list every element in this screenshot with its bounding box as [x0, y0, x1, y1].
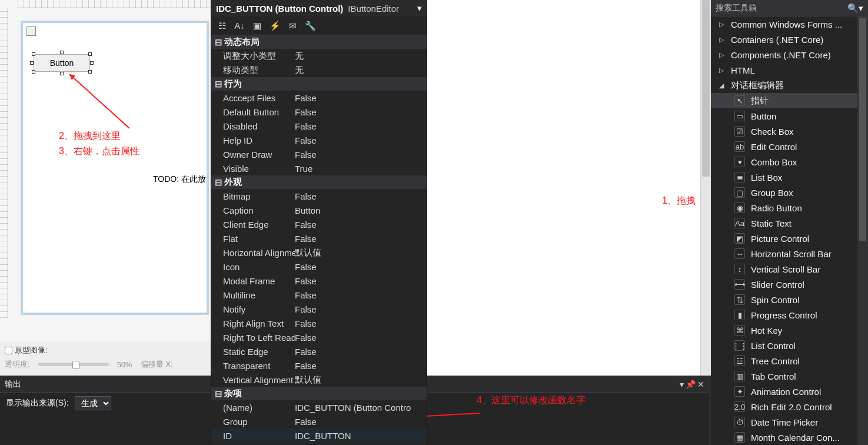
ruler-horizontal	[18, 0, 211, 8]
resize-handle[interactable]	[60, 72, 64, 75]
property-row[interactable]: (Name)IDC_BUTTON (Button Contro	[211, 400, 427, 414]
overrides-icon[interactable]: 🔧	[304, 20, 316, 32]
property-row[interactable]: MultilineFalse	[211, 288, 427, 302]
resize-handle[interactable]	[88, 70, 92, 74]
toolbox-search[interactable]: 搜索工具箱 🔍▾	[711, 0, 868, 16]
messages-icon[interactable]: ✉	[287, 20, 298, 32]
toolbox-item[interactable]: ↖指针	[711, 93, 868, 108]
property-category[interactable]: ⊟杂项	[211, 387, 427, 400]
property-row[interactable]: Static EdgeFalse	[211, 344, 427, 358]
opacity-slider[interactable]	[38, 363, 109, 366]
property-row[interactable]: Horizontal Alignme默认值	[211, 245, 427, 260]
close-icon[interactable]: ✕	[697, 380, 704, 389]
system-menu-icon	[26, 26, 36, 36]
events-icon[interactable]: ⚡	[269, 20, 281, 32]
alpha-icon[interactable]: A↓	[234, 20, 245, 32]
property-category[interactable]: ⊟动态布局	[211, 35, 427, 49]
toolbox-item[interactable]: ▥Tab Control	[711, 368, 868, 384]
toolbox-item[interactable]: ✦Animation Control	[711, 384, 868, 399]
toolbox-item[interactable]: AaStatic Text	[711, 215, 868, 231]
resize-handle[interactable]	[88, 52, 92, 56]
property-row[interactable]: NotifyFalse	[211, 302, 427, 316]
toolbox-item[interactable]: ▭Button	[711, 108, 868, 124]
toolbox-item[interactable]: ↔Horizontal Scroll Bar	[711, 246, 868, 261]
expand-icon[interactable]: ▷	[719, 51, 725, 59]
tool-icon: ▢	[734, 187, 745, 198]
property-row[interactable]: GroupFalse	[211, 414, 427, 429]
tool-icon: ↖	[734, 95, 745, 106]
property-row[interactable]: Modal FrameFalse	[211, 274, 427, 288]
collapse-icon[interactable]: ⊟	[215, 79, 222, 89]
collapse-icon[interactable]: ◢	[719, 82, 725, 89]
resize-handle[interactable]	[30, 61, 34, 65]
toolbox-item[interactable]: ☑Check Box	[711, 124, 868, 139]
pin-icon[interactable]: 📌	[686, 380, 696, 389]
panel-controls[interactable]: ▾ 📌 ✕	[680, 380, 704, 389]
expand-icon[interactable]: ▷	[719, 67, 725, 74]
toolbox-item[interactable]: ▮Progress Control	[711, 307, 868, 323]
expand-icon[interactable]: ▷	[719, 21, 725, 28]
expand-icon[interactable]: ▷	[719, 36, 725, 44]
toolbox-item[interactable]: ⇅Spin Control	[711, 292, 868, 307]
scrollbar[interactable]	[700, 0, 711, 376]
toolbox-item[interactable]: abEdit Control	[711, 139, 868, 154]
tool-icon: ✦	[734, 386, 745, 397]
output-source-select[interactable]: 生成	[75, 396, 111, 410]
toolbox-item[interactable]: ◩Picture Control	[711, 231, 868, 246]
toolbox-group[interactable]: ▷Components (.NET Core)	[711, 47, 868, 62]
toolbox-item[interactable]: ▦Month Calendar Con...	[711, 430, 868, 445]
toolbox-item[interactable]: 2.0Rich Edit 2.0 Control	[711, 399, 868, 414]
toolbox-item[interactable]: ▢Group Box	[711, 185, 868, 200]
property-row[interactable]: IconFalse	[211, 260, 427, 274]
property-row[interactable]: Help IDFalse	[211, 133, 427, 147]
property-row[interactable]: 移动类型无	[211, 63, 427, 77]
property-row[interactable]: TabstopTrue	[211, 443, 427, 445]
toolbox-group[interactable]: ▷HTML	[711, 62, 868, 78]
toolbox-item[interactable]: ⌘Hot Key	[711, 323, 868, 338]
toolbox-group[interactable]: ◢对话框编辑器	[711, 78, 868, 93]
toolbox-scrollbar[interactable]	[857, 16, 868, 445]
collapse-icon[interactable]: ⊟	[215, 177, 222, 188]
property-row[interactable]: 调整大小类型无	[211, 49, 427, 63]
dropdown-icon[interactable]: ▾	[680, 380, 684, 389]
toolbox-item[interactable]: ☳Tree Control	[711, 353, 868, 368]
property-row[interactable]: TransparentFalse	[211, 358, 427, 373]
property-category[interactable]: ⊟行为	[211, 77, 427, 91]
button-control[interactable]: Button	[34, 54, 90, 72]
prototype-checkbox[interactable]: 原型图像:	[5, 346, 48, 354]
property-category[interactable]: ⊟外观	[211, 175, 427, 189]
property-row[interactable]: BitmapFalse	[211, 189, 427, 203]
property-row[interactable]: DisabledFalse	[211, 119, 427, 133]
resize-handle[interactable]	[90, 61, 94, 65]
property-row[interactable]: Default ButtonFalse	[211, 105, 427, 119]
property-row[interactable]: IDIDC_BUTTON	[211, 429, 427, 443]
search-icon[interactable]: 🔍▾	[847, 3, 863, 14]
toolbox-item[interactable]: ▾Combo Box	[711, 154, 868, 170]
property-pages-icon[interactable]: ▣	[251, 20, 263, 32]
property-row[interactable]: Vertical Alignment默认值	[211, 373, 427, 387]
categorized-icon[interactable]: ☷	[216, 20, 228, 32]
resize-handle[interactable]	[32, 52, 35, 56]
toolbox-item[interactable]: ⋮⋮List Control	[711, 338, 868, 353]
toolbox-item[interactable]: ◉Radio Button	[711, 200, 868, 215]
property-row[interactable]: Acccept FilesFalse	[211, 91, 427, 105]
property-row[interactable]: Right To Left ReadiFalse	[211, 330, 427, 344]
resize-handle[interactable]	[60, 51, 64, 54]
collapse-icon[interactable]: ⊟	[215, 37, 222, 48]
property-row[interactable]: Owner DrawFalse	[211, 147, 427, 161]
resize-handle[interactable]	[32, 70, 35, 74]
collapse-icon[interactable]: ⊟	[215, 388, 222, 399]
property-row[interactable]: Right Align TextFalse	[211, 316, 427, 330]
property-row[interactable]: CaptionButton	[211, 203, 427, 217]
property-row[interactable]: FlatFalse	[211, 231, 427, 245]
toolbox-item[interactable]: ⏱Date Time Picker	[711, 414, 868, 430]
toolbox-item[interactable]: ⟷Slider Control	[711, 277, 868, 292]
toolbox-group[interactable]: ▷Common Windows Forms ...	[711, 16, 868, 32]
toolbox-item[interactable]: ≣List Box	[711, 170, 868, 185]
property-row[interactable]: Client EdgeFalse	[211, 217, 427, 231]
property-row[interactable]: VisibleTrue	[211, 161, 427, 175]
toolbox-item[interactable]: ↕Vertical Scroll Bar	[711, 261, 868, 277]
designer-canvas[interactable]: Button 2、拖拽到这里 3、右键，点击属性 TODO: 在此放	[0, 0, 211, 341]
chevron-down-icon[interactable]: ▾	[417, 3, 422, 14]
toolbox-group[interactable]: ▷Containers (.NET Core)	[711, 32, 868, 47]
